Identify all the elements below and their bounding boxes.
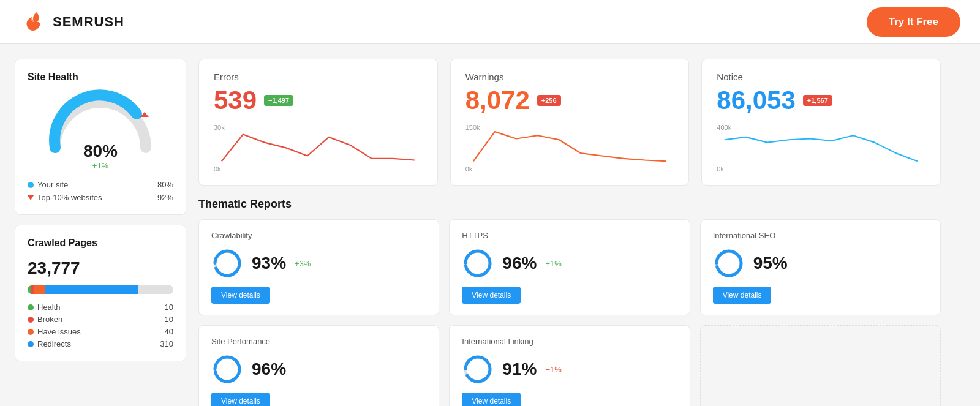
legend-your-site: Your site 80%: [28, 180, 173, 189]
legend-label: Broken: [37, 315, 62, 324]
thematic-card: Site Perfomance 96% View details: [198, 325, 439, 406]
metrics-row: Errors 539 −1,497 30k 0k Warnings 8,072 …: [198, 59, 941, 186]
thematic-card-label: Crawlability: [211, 231, 426, 240]
sparkline: 400k 0k: [717, 124, 925, 173]
view-details-button[interactable]: View details: [713, 287, 772, 304]
donut-chart: [462, 353, 494, 385]
legend-dot: [28, 329, 34, 335]
logo-area: SEMRUSH: [20, 9, 124, 36]
thematic-card-label: International Linking: [462, 337, 677, 346]
legend-value: 10: [165, 303, 173, 312]
thematic-grid: Crawlability 93% +3% View details HTTPS …: [198, 219, 941, 406]
metric-value: 8,072: [466, 86, 530, 115]
metric-value: 86,053: [717, 86, 795, 115]
donut-chart: [713, 247, 745, 279]
legend-dot: [28, 317, 34, 323]
sparkline-top-label: 30k: [214, 124, 225, 131]
try-it-free-button[interactable]: Try It Free: [867, 7, 960, 37]
sidebar: Site Health 80% +1%: [15, 59, 186, 406]
sparkline-top-label: 150k: [466, 124, 480, 131]
crawled-count: 23,777: [28, 258, 173, 278]
content-area: Errors 539 −1,497 30k 0k Warnings 8,072 …: [198, 59, 941, 406]
header: SEMRUSH Try It Free: [0, 0, 980, 44]
thematic-stat-row: 91% −1%: [462, 353, 677, 385]
thematic-card-label: HTTPS: [462, 231, 677, 240]
your-site-dot: [28, 182, 34, 188]
donut-chart: [462, 247, 494, 279]
legend-dot: [28, 304, 34, 310]
semrush-logo-icon: [20, 9, 47, 36]
thematic-card: International Linking 91% −1% View detai…: [449, 325, 690, 406]
metric-value-row: 8,072 +256: [466, 86, 674, 115]
gauge-center: 80% +1%: [83, 141, 118, 170]
legend-label: Redirects: [37, 339, 71, 348]
metric-label: Errors: [214, 72, 423, 82]
gauge-container: 80% +1%: [28, 92, 173, 170]
crawled-bar: [28, 285, 173, 294]
view-details-button[interactable]: View details: [462, 287, 521, 304]
gauge-percent: 80%: [83, 141, 118, 161]
metric-badge: −1,497: [264, 95, 293, 106]
thematic-title: Thematic Reports: [198, 198, 941, 211]
legend-value: 310: [160, 339, 173, 348]
thematic-stat-row: 95%: [713, 247, 928, 279]
svg-point-7: [717, 251, 741, 276]
legend-label: Health: [37, 303, 61, 312]
view-details-button[interactable]: View details: [211, 287, 270, 304]
thematic-percent: 95%: [753, 254, 788, 273]
svg-point-3: [215, 251, 239, 276]
crawled-legend: Health 10 Broken 10 Have issues 40 Redir…: [28, 303, 173, 348]
metric-label: Notice: [717, 72, 925, 82]
top10-label: Top-10% websites: [37, 193, 102, 202]
metric-value-row: 539 −1,497: [214, 86, 423, 115]
sparkline: 30k 0k: [214, 124, 423, 173]
thematic-stat-row: 96% +1%: [462, 247, 677, 279]
view-details-button[interactable]: View details: [211, 393, 270, 406]
thematic-card: HTTPS 96% +1% View details: [449, 219, 690, 315]
metric-card: Warnings 8,072 +256 150k 0k: [450, 59, 690, 186]
bar-rest: [138, 285, 173, 294]
donut-chart: [211, 247, 243, 279]
thematic-card: International SEO 95% View details: [700, 219, 941, 315]
crawled-legend-item: Health 10: [28, 303, 173, 312]
thematic-percent: 91%: [502, 359, 537, 379]
top10-value: 92%: [157, 193, 173, 202]
thematic-stat-row: 93% +3%: [211, 247, 426, 279]
thematic-card: [700, 325, 941, 406]
main-content: Site Health 80% +1%: [0, 44, 956, 406]
gauge-delta: +1%: [83, 161, 118, 170]
legend-label: Have issues: [37, 327, 81, 336]
crawled-legend-item: Broken 10: [28, 315, 173, 324]
legend-top10: Top-10% websites 92%: [28, 193, 173, 202]
thematic-percent: 96%: [252, 359, 286, 379]
bar-issues: [34, 285, 45, 294]
sparkline-chart: [717, 124, 925, 167]
crawled-legend-item: Have issues 40: [28, 327, 173, 336]
metric-badge: +256: [537, 95, 561, 106]
metric-badge: +1,567: [803, 95, 832, 106]
thematic-card-label: Site Perfomance: [211, 337, 426, 346]
legend-value: 40: [165, 327, 173, 336]
site-health-title: Site Health: [28, 72, 173, 83]
svg-point-9: [215, 357, 239, 382]
legend-value: 10: [165, 315, 173, 324]
sparkline-chart: [466, 124, 674, 167]
sparkline-bot-label: 0k: [466, 165, 473, 173]
crawled-pages-card: Crawled Pages 23,777 Health 10 Broken 10…: [15, 225, 186, 361]
metric-value: 539: [214, 86, 257, 115]
metric-label: Warnings: [466, 72, 674, 82]
thematic-stat-row: 96%: [211, 353, 426, 385]
crawled-legend-item: Redirects 310: [28, 339, 173, 348]
donut-chart: [211, 353, 243, 385]
legend-dot: [28, 341, 34, 347]
thematic-card: Crawlability 93% +3% View details: [198, 219, 439, 315]
thematic-percent: 96%: [502, 254, 537, 273]
sparkline-bot-label: 0k: [214, 165, 221, 173]
sparkline-top-label: 400k: [717, 124, 731, 131]
thematic-delta: −1%: [545, 365, 561, 374]
crawled-pages-title: Crawled Pages: [28, 238, 173, 249]
view-details-button[interactable]: View details: [462, 393, 521, 406]
sparkline: 150k 0k: [466, 124, 674, 173]
thematic-reports-section: Thematic Reports Crawlability 93% +3% Vi…: [198, 198, 941, 406]
your-site-label: Your site: [37, 180, 68, 189]
